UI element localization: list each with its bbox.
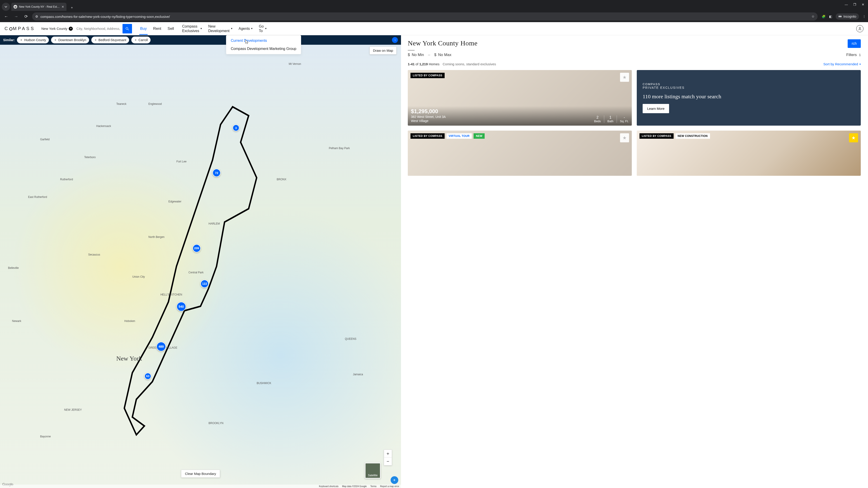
map-boundary-outline xyxy=(0,45,401,488)
filters-button[interactable]: Filters 1 xyxy=(846,53,861,57)
map-place-label: Hackensack xyxy=(96,125,111,128)
tab-rent[interactable]: Rent xyxy=(152,23,162,35)
favorite-button[interactable]: ★ xyxy=(849,133,858,142)
site-settings-icon[interactable]: ⚙ xyxy=(35,15,38,18)
similar-scroll-next[interactable]: → xyxy=(392,37,398,43)
map-keyboard-shortcuts-link[interactable]: Keyboard shortcuts xyxy=(319,485,338,488)
menu-new-development[interactable]: NewDevelopment ▾ xyxy=(208,24,232,33)
bookmark-star-icon[interactable]: ☆ xyxy=(811,14,814,19)
map-cluster-marker[interactable]: 540 xyxy=(177,302,186,311)
compass-logo[interactable]: CMPASS xyxy=(4,26,35,31)
similar-pill[interactable]: ＋Downtown Brooklyn xyxy=(51,37,89,43)
pill-label: Carroll xyxy=(138,38,148,42)
menu-go-to[interactable]: GoTo ▾ xyxy=(259,24,266,33)
map-report-link[interactable]: Report a map error xyxy=(380,485,399,488)
map-cluster-marker[interactable]: 209 xyxy=(193,244,201,252)
new-tab-button[interactable]: ＋ xyxy=(69,4,75,11)
dropdown-item-marketing-group[interactable]: Compass Development Marketing Group xyxy=(231,47,296,51)
sort-button[interactable]: Sort by Recommended ▾ xyxy=(824,62,861,66)
map-cluster-marker[interactable]: 72 xyxy=(213,169,221,177)
map-place-label: Teterboro xyxy=(84,156,96,159)
results-count-row: 1-41 of 1,219 Homes Coming soons, standa… xyxy=(408,62,861,66)
listing-card[interactable]: LISTED BY COMPASS VIRTUAL TOUR NEW ★ xyxy=(408,131,632,176)
location-search: New York County ✕ xyxy=(39,24,132,33)
price-min-label: No Min xyxy=(412,53,424,57)
zoom-out-button[interactable]: − xyxy=(384,457,392,465)
svg-point-2 xyxy=(859,27,861,29)
zoom-in-button[interactable]: ＋ xyxy=(384,450,392,457)
title-underline xyxy=(408,50,414,51)
nav-back-button[interactable]: ← xyxy=(2,13,10,20)
map-zoom-control: ＋ − xyxy=(384,450,392,465)
map-cluster-marker[interactable]: 122 xyxy=(200,280,209,288)
dropdown-item-current-developments[interactable]: Current Developments xyxy=(231,39,296,43)
stat-value: 1 xyxy=(608,116,614,120)
tab-sell[interactable]: Sell xyxy=(166,23,175,35)
location-clear-button[interactable]: ✕ xyxy=(69,27,73,31)
map-cluster-marker[interactable]: 63 xyxy=(145,373,151,380)
stat-value: - xyxy=(620,116,629,120)
map-place-label: BUSHWICK xyxy=(256,382,271,385)
browser-menu-button[interactable]: ⋮ xyxy=(863,15,866,18)
search-submit-button[interactable] xyxy=(123,24,132,33)
stat-label: Beds xyxy=(594,120,601,123)
satellite-toggle[interactable]: Satellite xyxy=(365,463,381,479)
incognito-icon: 🕶 xyxy=(838,15,842,18)
listing-grid: LISTED BY COMPASS ★ $1,295,000 382 West … xyxy=(408,70,861,176)
map-place-label: HARLEM xyxy=(209,222,220,225)
nav-forward-button[interactable]: → xyxy=(12,13,20,20)
private-exclusives-promo[interactable]: COMPASS PRIVATE EXCLUSIVES 110 more list… xyxy=(637,70,861,126)
map-place-label: Hoboken xyxy=(124,320,135,323)
map-data-attr: Map data ©2024 Google xyxy=(342,485,367,488)
map-place-label: North Bergen xyxy=(148,235,164,238)
window-close-button[interactable]: ✕ xyxy=(862,3,864,6)
pill-label: Downtown Brooklyn xyxy=(58,38,86,42)
similar-pill[interactable]: ＋Bedford-Stuyvesant xyxy=(91,37,129,43)
tab-close-button[interactable]: ✕ xyxy=(61,5,64,8)
nav-reload-button[interactable]: ⟳ xyxy=(22,13,30,20)
promo-learn-more-button[interactable]: Learn More xyxy=(643,104,669,113)
menu-compass-exclusives[interactable]: CompassExclusives ▾ xyxy=(182,24,202,33)
search-input[interactable] xyxy=(75,27,123,31)
similar-pill[interactable]: ＋Hudson County xyxy=(17,37,49,43)
map-cluster-marker[interactable]: 3 xyxy=(232,125,239,131)
window-maximize-button[interactable]: ❐ xyxy=(853,3,856,6)
location-chip[interactable]: New York County ✕ xyxy=(39,27,75,31)
window-minimize-button[interactable]: — xyxy=(845,3,848,6)
account-avatar-button[interactable] xyxy=(856,25,864,32)
address-bar[interactable]: ⚙ compass.com/homes-for-sale/new-york-co… xyxy=(32,12,817,21)
clear-boundary-button[interactable]: Clear Map Boundary xyxy=(181,470,220,478)
transit-layer-button[interactable]: ✈ xyxy=(391,476,398,484)
filters-count-badge: 1 xyxy=(859,53,861,57)
results-of: of xyxy=(415,62,418,66)
listing-card[interactable]: LISTED BY COMPASS NEW CONSTRUCTION ★ xyxy=(637,131,861,176)
favorite-button[interactable]: ★ xyxy=(620,73,629,82)
map-cluster-marker[interactable]: 489 xyxy=(156,342,166,351)
map-place-label: Edgewater xyxy=(168,200,181,203)
price-max[interactable]: $No Max xyxy=(434,53,452,57)
menu-label: New xyxy=(208,24,229,29)
map-place-label: Rutherford xyxy=(60,178,73,181)
menu-agents[interactable]: Agents ▾ xyxy=(239,26,253,31)
menu-label: Development xyxy=(208,29,229,33)
favorite-button[interactable]: ★ xyxy=(620,133,629,142)
map-place-label: Fort Lee xyxy=(177,160,187,163)
price-min[interactable]: $No Min xyxy=(408,53,424,57)
sidepanel-icon[interactable]: ◧ xyxy=(829,15,832,18)
save-search-button[interactable]: rch xyxy=(848,39,861,48)
chevron-down-icon: ▾ xyxy=(265,27,267,30)
browser-tab[interactable]: ◎ New York County NY - Real Est… ✕ xyxy=(11,3,66,11)
map-terms-link[interactable]: Terms xyxy=(370,485,376,488)
draw-on-map-button[interactable]: Draw on Map xyxy=(370,46,397,55)
results-subtype: Coming soons, standard exclusives xyxy=(442,62,496,66)
map-canvas[interactable]: Draw on Map New York Clear Map Boundary … xyxy=(0,45,401,488)
stat-value: 2 xyxy=(594,116,601,120)
map-place-label: BROOKLYN xyxy=(209,422,223,425)
tab-buy[interactable]: Buy xyxy=(139,23,148,35)
extensions-icon[interactable]: 🧩 xyxy=(822,15,826,18)
listing-card[interactable]: LISTED BY COMPASS ★ $1,295,000 382 West … xyxy=(408,70,632,126)
similar-pill[interactable]: ＋Carroll xyxy=(131,37,151,43)
incognito-indicator[interactable]: 🕶 Incognito xyxy=(836,13,859,20)
tab-search-button[interactable] xyxy=(2,3,10,11)
listing-badge: LISTED BY COMPASS xyxy=(640,133,674,139)
